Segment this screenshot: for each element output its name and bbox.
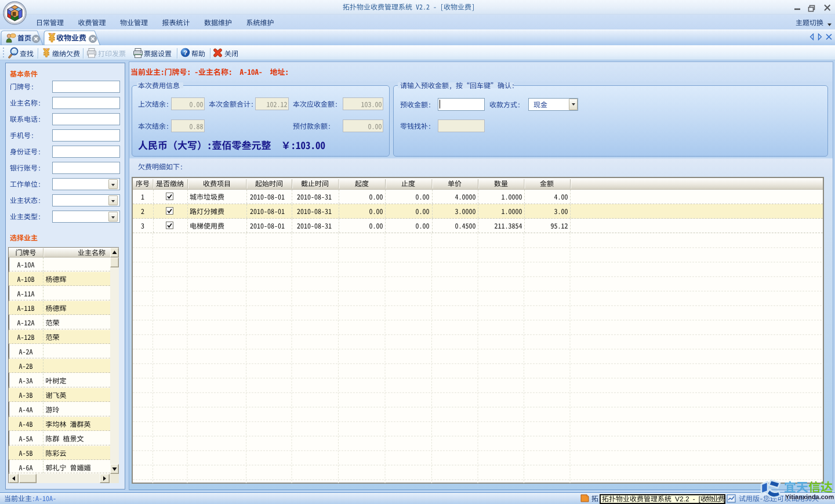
svg-text:?: ? bbox=[183, 49, 187, 56]
